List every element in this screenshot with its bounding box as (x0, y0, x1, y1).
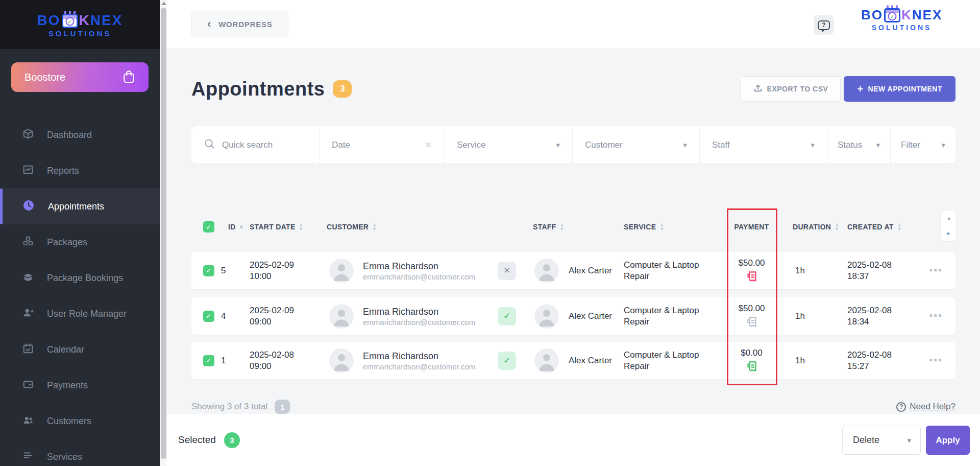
scrollbar-up-arrow-icon[interactable] (161, 2, 166, 5)
sidebar-item-label: Services (47, 452, 82, 462)
table-header: ✓ ID▼ START DATE▲▼ CUSTOMER▲▼ STAFF▲▼ SE… (191, 208, 955, 245)
clear-icon[interactable]: ✕ (425, 140, 432, 150)
shopping-bag-icon (122, 69, 135, 85)
feedback-button[interactable]: ? (814, 15, 834, 35)
cell-start-date: 2025-02-0909:00 (242, 305, 322, 328)
sidebar-item-appointments[interactable]: Appointments (0, 189, 160, 224)
more-filters-dropdown[interactable]: Filter ▾ (891, 126, 955, 164)
topbar: ‹ WORDPRESS ? BO ✓ K NEX SOLUTIONS (167, 0, 980, 49)
column-header-service[interactable]: SERVICE▲▼ (615, 223, 722, 231)
cell-staff: Alex Carter (526, 304, 615, 329)
column-header-start-date[interactable]: START DATE▲▼ (242, 223, 322, 231)
cell-created-at: 2025-02-0815:27 (827, 350, 916, 372)
row-checkbox[interactable]: ✓ (203, 265, 214, 276)
sidebar-item-customers[interactable]: Customers (0, 403, 160, 439)
apply-button[interactable]: Apply (926, 426, 970, 455)
staff-filter[interactable]: Staff ▾ (700, 126, 827, 164)
cell-service: Computer & Laptop Repair (615, 305, 722, 328)
row-checkbox[interactable]: ✓ (203, 355, 214, 366)
table-row: ✓ 1 2025-02-0809:00 Emma Richardsonemmar… (191, 342, 955, 379)
sidebar-item-calendar[interactable]: Calendar (0, 332, 160, 367)
sidebar-item-package-bookings[interactable]: Package Bookings (0, 260, 160, 296)
bulk-action-select[interactable]: Delete ▾ (842, 426, 921, 455)
column-header-customer[interactable]: CUSTOMER▲▼ (322, 223, 498, 231)
cell-staff: Alex Carter (526, 259, 615, 283)
open-box-icon (22, 271, 34, 285)
column-header-id[interactable]: ID▼ (221, 223, 242, 231)
page-number-badge: 1 (275, 400, 290, 414)
service-filter-label: Service (457, 140, 556, 150)
bulk-action-value: Delete (853, 435, 879, 446)
sidebar-item-label: Payments (47, 380, 88, 391)
service-filter[interactable]: Service ▾ (445, 126, 573, 164)
row-more-menu-icon[interactable]: ⋯ (916, 353, 955, 368)
new-appointment-button[interactable]: + NEW APPOINTMENT (844, 76, 955, 102)
page-title: Appointments (191, 78, 325, 100)
need-help-link[interactable]: ? Need Help? (896, 402, 955, 412)
avatar (329, 259, 354, 283)
column-header-staff[interactable]: STAFF▲▼ (526, 223, 615, 231)
cell-id: 5 (221, 266, 242, 276)
plus-icon: + (857, 84, 863, 94)
chevron-down-icon: ▾ (876, 141, 880, 150)
boxes-icon (22, 236, 34, 249)
cell-duration: 1h (781, 266, 827, 276)
sidebar-item-label: User Role Manager (47, 309, 127, 319)
cell-id: 4 (221, 311, 242, 321)
status-cancelled-icon: ✕ (498, 262, 516, 280)
row-checkbox[interactable]: ✓ (203, 311, 214, 322)
showing-total-text: Showing 3 of 3 total (191, 402, 267, 412)
sidebar-item-label: Customers (47, 416, 91, 427)
sidebar-item-reports[interactable]: Reports (0, 153, 160, 189)
bulk-action-bar: Selected 3 Delete ▾ Apply (167, 414, 980, 466)
status-filter[interactable]: Status ▾ (827, 126, 891, 164)
column-header-payment[interactable]: PAYMENT (722, 223, 781, 231)
row-more-menu-icon[interactable]: ⋯ (916, 308, 955, 324)
logo-text: BO (37, 13, 61, 28)
row-more-menu-icon[interactable]: ⋯ (916, 263, 955, 278)
avatar (329, 348, 354, 373)
export-to-csv-button[interactable]: EXPORT TO CSV (741, 76, 841, 102)
calendar-icon (22, 343, 34, 357)
table-row: ✓ 5 2025-02-0910:00 Emma Richardsonemmar… (191, 252, 955, 289)
chevron-left-icon: ‹ (207, 18, 211, 30)
cell-payment: $50.00 (722, 304, 781, 329)
scrollbar-thumb[interactable] (161, 8, 166, 459)
receipt-icon[interactable] (745, 315, 758, 329)
page-header: Appointments 3 EXPORT TO CSV + NEW APPOI… (191, 75, 955, 103)
date-filter[interactable]: Date ✕ (320, 126, 445, 164)
store-button[interactable]: Boostore (11, 62, 149, 92)
filter-dropdown-label: Filter (901, 140, 941, 150)
sort-icon: ▲▼ (897, 223, 902, 231)
sidebar-item-dashboard[interactable]: Dashboard (0, 117, 160, 153)
cell-service: Computer & Laptop Repair (615, 260, 722, 282)
search-input[interactable] (222, 140, 299, 150)
customer-filter[interactable]: Customer ▾ (573, 126, 700, 164)
column-header-created-at[interactable]: CREATED AT▲▼ (827, 223, 916, 231)
cell-payment: $50.00 (722, 258, 781, 283)
sidebar-item-label: Calendar (47, 344, 84, 355)
logo-text: NEX (912, 7, 942, 22)
sidebar-scrollbar[interactable] (160, 0, 167, 466)
cell-payment: $0.00 (722, 348, 781, 373)
logo-text: NEX (90, 13, 123, 28)
scroll-columns-left-icon[interactable]: ◂ (941, 211, 956, 226)
avatar (534, 259, 559, 283)
sidebar-item-label: Packages (47, 237, 87, 248)
sidebar-item-payments[interactable]: Payments (0, 367, 160, 403)
scroll-columns-right-icon[interactable]: ▸ (941, 226, 956, 241)
sidebar-item-packages[interactable]: Packages (0, 224, 160, 260)
receipt-icon[interactable] (745, 270, 758, 283)
selected-label: Selected (178, 434, 216, 446)
chat-question-icon: ? (818, 20, 830, 30)
sidebar-item-user-role-manager[interactable]: User Role Manager (0, 296, 160, 332)
column-header-duration[interactable]: DURATION▲▼ (781, 223, 827, 231)
back-to-wordpress-button[interactable]: ‹ WORDPRESS (191, 11, 288, 37)
select-all-checkbox[interactable]: ✓ (203, 221, 214, 232)
export-button-label: EXPORT TO CSV (767, 85, 828, 93)
booknex-logo: BO ✓ K NEX SOLUTIONS (37, 11, 123, 38)
receipt-icon[interactable] (745, 360, 758, 373)
quick-search-field[interactable] (191, 126, 320, 164)
sidebar-item-services[interactable]: Services (0, 439, 160, 466)
chevron-down-icon: ▾ (556, 141, 560, 150)
